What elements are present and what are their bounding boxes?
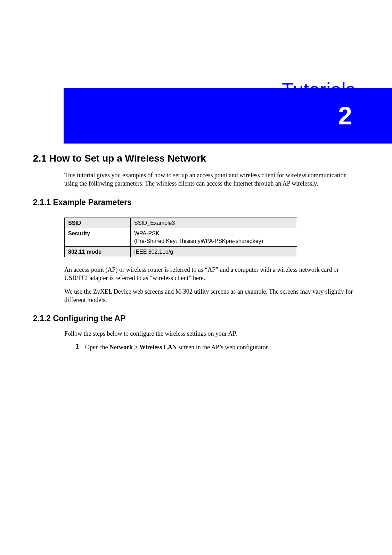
table-row: Security WPA-PSK (Pre-Shared Key: Thisis… [65, 228, 297, 246]
table-row: SSID SSID_Example3 [65, 218, 297, 228]
step-text-suffix: screen in the AP’s web configurator. [177, 344, 269, 351]
param-label: 802.11 mode [65, 246, 131, 257]
after-table-p2: We use the ZyXEL Device web screens and … [64, 287, 356, 304]
section-2-1-2-heading: 2.1.2 Configuring the AP [33, 314, 356, 323]
param-value-line2: (Pre-Shared Key: ThisismyWPA-PSKpre-shar… [134, 238, 263, 244]
param-value-line1: WPA-PSK [134, 230, 160, 236]
section-2-1-2-body: Follow the steps below to configure the … [64, 329, 356, 338]
table-row: 802.11 mode IEEE 802.11b/g [65, 246, 297, 257]
param-value: SSID_Example3 [131, 218, 297, 228]
step-number: 1 [75, 343, 85, 351]
chapter-number: 2 [338, 101, 352, 130]
chapter-tab: 2 [64, 88, 392, 144]
param-label: Security [65, 228, 131, 246]
example-parameters-table: SSID SSID_Example3 Security WPA-PSK (Pre… [64, 218, 297, 257]
section-2-1-body: This tutorial gives you examples of how … [64, 171, 356, 188]
param-label: SSID [65, 218, 131, 228]
step-text-prefix: Open the [85, 344, 109, 351]
param-value: IEEE 802.11b/g [131, 246, 297, 257]
step-text: Open the Network > Wireless LAN screen i… [85, 343, 269, 351]
step-1: 1 Open the Network > Wireless LAN screen… [75, 343, 356, 351]
step-text-bold: Network > Wireless LAN [109, 344, 177, 351]
section-2-1-heading: 2.1 How to Set up a Wireless Network [33, 153, 356, 164]
section-2-1-1-heading: 2.1.1 Example Parameters [33, 198, 356, 207]
after-table-p1: An access point (AP) or wireless router … [64, 266, 356, 283]
param-value: WPA-PSK (Pre-Shared Key: ThisismyWPA-PSK… [131, 228, 297, 246]
page-container: 2 Tutorials This chapter describes how t… [0, 78, 392, 555]
